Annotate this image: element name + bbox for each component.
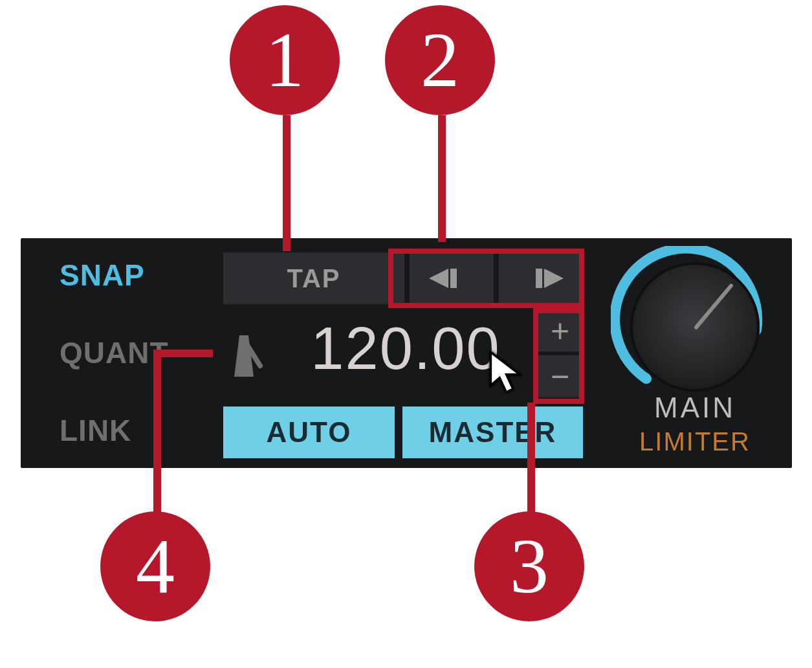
- link-button[interactable]: LINK: [60, 413, 131, 448]
- master-button[interactable]: MASTER: [402, 406, 583, 458]
- callout-2: 2: [385, 5, 495, 115]
- snap-button[interactable]: SNAP: [60, 258, 145, 293]
- callout-4: 4: [100, 511, 210, 621]
- quant-button[interactable]: QUANT: [60, 335, 169, 370]
- cursor-icon: [488, 350, 524, 395]
- callout-1: 1: [230, 5, 340, 115]
- svg-marker-5: [490, 352, 520, 392]
- callout-2-highlight: [388, 249, 584, 308]
- callout-3-highlight: [533, 308, 584, 404]
- tap-button[interactable]: TAP: [223, 252, 404, 304]
- main-output-section: MAIN LIMITER: [611, 246, 779, 460]
- metronome-button[interactable]: [221, 330, 267, 382]
- metronome-icon: [221, 330, 267, 382]
- main-volume-knob[interactable]: [630, 262, 760, 392]
- main-label: MAIN: [611, 392, 779, 424]
- callout-1-line: [283, 115, 291, 251]
- callout-2-line: [438, 115, 446, 242]
- callout-3-line: [527, 403, 535, 513]
- limiter-label[interactable]: LIMITER: [611, 427, 779, 456]
- auto-button[interactable]: AUTO: [223, 406, 395, 458]
- callout-4-line: [153, 350, 161, 513]
- callout-3: 3: [474, 511, 584, 621]
- callout-4-line-h: [161, 350, 213, 357]
